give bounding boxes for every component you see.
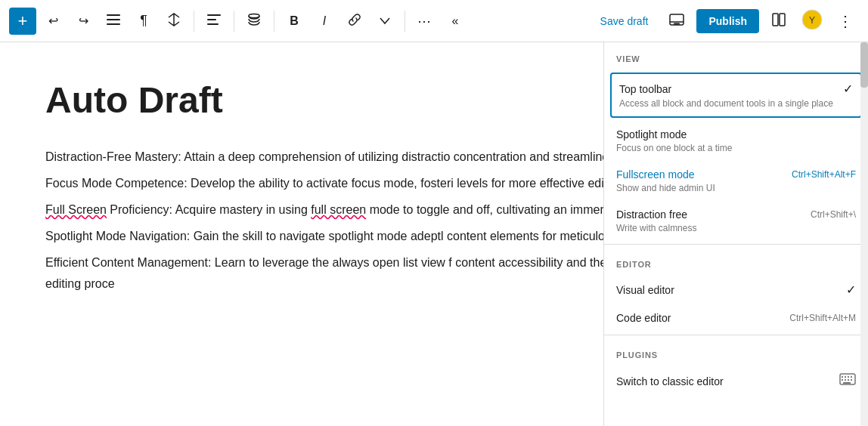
view-section-header: VIEW: [604, 42, 868, 69]
code-editor-item[interactable]: Code editor Ctrl+Shift+Alt+M: [604, 304, 868, 332]
distraction-free-row: Distraction free Ctrl+Shift+\: [616, 208, 856, 221]
tools-button[interactable]: [200, 8, 228, 35]
collapse-icon: «: [452, 14, 459, 28]
italic-button[interactable]: I: [311, 8, 338, 35]
svg-rect-22: [843, 382, 851, 384]
preview-icon: [669, 14, 684, 29]
distraction-free-title: Distraction free: [616, 208, 687, 221]
scrollbar-track: [860, 42, 868, 426]
paragraph-icon: ¶: [140, 13, 147, 29]
svg-rect-5: [207, 23, 219, 25]
svg-rect-9: [780, 14, 785, 26]
undo-button[interactable]: ↩: [39, 8, 67, 35]
fullscreen-mode-shortcut: Ctrl+Shift+Alt+F: [792, 169, 856, 180]
redo-button[interactable]: ↪: [70, 8, 97, 35]
svg-rect-16: [848, 376, 849, 378]
visual-editor-check: ✓: [846, 282, 856, 297]
distraction-free-desc: Write with calmness: [616, 223, 856, 233]
svg-rect-4: [207, 19, 216, 20]
top-toolbar-item[interactable]: Top toolbar ✓ Access all block and docum…: [610, 73, 862, 118]
link-icon: [348, 13, 361, 29]
switch-classic-item[interactable]: Switch to classic editor: [604, 366, 868, 397]
svg-rect-15: [845, 376, 846, 378]
keyboard-icon: [839, 373, 856, 389]
visual-editor-title: Visual editor: [616, 284, 674, 296]
svg-rect-1: [107, 19, 120, 20]
code-editor-row: Code editor Ctrl+Shift+Alt+M: [616, 312, 856, 324]
view-dropdown-panel: VIEW Top toolbar ✓ Access all block and …: [603, 42, 868, 426]
content-area: Auto Draft Distraction-Free Mastery: Att…: [0, 42, 868, 426]
divider-3: [274, 11, 274, 32]
top-toolbar-title: Top toolbar ✓: [619, 82, 853, 96]
toolbar-right: Save draft Publish Y ⋮: [591, 8, 859, 35]
list-view-icon: [107, 14, 120, 28]
switch-classic-row: Switch to classic editor: [616, 373, 856, 389]
distraction-free-item[interactable]: Distraction free Ctrl+Shift+\ Write with…: [604, 201, 868, 241]
fullscreen-mode-title: Fullscreen mode: [616, 168, 695, 181]
spotlight-mode-item[interactable]: Spotlight mode Focus on one block at a t…: [604, 121, 868, 161]
switch-classic-title: Switch to classic editor: [616, 375, 724, 387]
underline-full-screen-2: full screen: [311, 203, 366, 216]
divider-editor: [604, 244, 868, 245]
chevron-down-icon: [380, 14, 390, 28]
top-toolbar-desc: Access all block and document tools in a…: [619, 98, 853, 109]
paragraph-button[interactable]: ¶: [130, 8, 157, 35]
link-button[interactable]: [341, 8, 368, 35]
settings-panel-icon: [772, 13, 786, 29]
spotlight-mode-title: Spotlight mode: [616, 128, 856, 140]
svg-rect-8: [773, 14, 778, 26]
publish-button[interactable]: Publish: [696, 9, 759, 33]
add-block-button[interactable]: +: [9, 8, 36, 35]
svg-text:Y: Y: [809, 15, 815, 26]
italic-icon: I: [323, 14, 326, 28]
collapse-button[interactable]: «: [442, 8, 469, 35]
divider-plugins: [604, 335, 868, 335]
settings-panel-button[interactable]: [765, 8, 792, 35]
svg-point-6: [249, 14, 259, 17]
plugins-section-header: PLUGINS: [604, 338, 868, 366]
redo-icon: ↪: [79, 14, 88, 28]
visual-editor-item[interactable]: Visual editor ✓: [604, 275, 868, 304]
fullscreen-mode-desc: Show and hide admin UI: [616, 183, 856, 193]
divider-2: [234, 11, 234, 32]
svg-rect-21: [851, 379, 852, 381]
move-button[interactable]: [160, 8, 188, 35]
code-editor-shortcut: Ctrl+Shift+Alt+M: [789, 313, 856, 323]
tools-icon: [207, 14, 221, 28]
bold-icon: B: [290, 14, 299, 28]
svg-rect-14: [842, 376, 843, 378]
visual-editor-row: Visual editor ✓: [616, 282, 856, 297]
bold-button[interactable]: B: [281, 8, 308, 35]
scrollbar-thumb[interactable]: [860, 42, 868, 88]
undo-icon: ↩: [48, 14, 58, 28]
more-options-button[interactable]: ⋯: [411, 8, 439, 35]
top-toolbar-check: ✓: [843, 82, 853, 96]
svg-rect-18: [842, 379, 843, 381]
database-button[interactable]: [240, 8, 268, 35]
list-view-button[interactable]: [100, 8, 127, 35]
distraction-free-shortcut: Ctrl+Shift+\: [811, 209, 856, 220]
divider-4: [405, 11, 405, 32]
svg-rect-17: [851, 376, 852, 378]
fullscreen-mode-item[interactable]: Fullscreen mode Ctrl+Shift+Alt+F Show an…: [604, 161, 868, 201]
svg-rect-0: [107, 14, 120, 16]
save-draft-button[interactable]: Save draft: [591, 11, 658, 32]
svg-rect-3: [207, 14, 221, 16]
avatar-icon: Y: [801, 9, 823, 33]
code-editor-title: Code editor: [616, 312, 671, 324]
divider-1: [194, 11, 194, 32]
more-menu-icon: ⋮: [838, 12, 853, 30]
more-menu-button[interactable]: ⋮: [832, 8, 859, 35]
preview-button[interactable]: [663, 8, 690, 35]
chevron-down-button[interactable]: [371, 8, 398, 35]
underline-full-screen-1: Full Screen: [45, 203, 107, 216]
more-options-icon: ⋯: [417, 13, 432, 29]
svg-rect-19: [845, 379, 846, 381]
avatar-button[interactable]: Y: [798, 8, 826, 35]
svg-rect-2: [107, 23, 120, 25]
fullscreen-mode-row: Fullscreen mode Ctrl+Shift+Alt+F: [616, 168, 856, 181]
move-icon: [168, 13, 180, 29]
editor-section-header: EDITOR: [604, 248, 868, 275]
spotlight-mode-desc: Focus on one block at a time: [616, 143, 856, 153]
database-icon: [247, 13, 261, 29]
